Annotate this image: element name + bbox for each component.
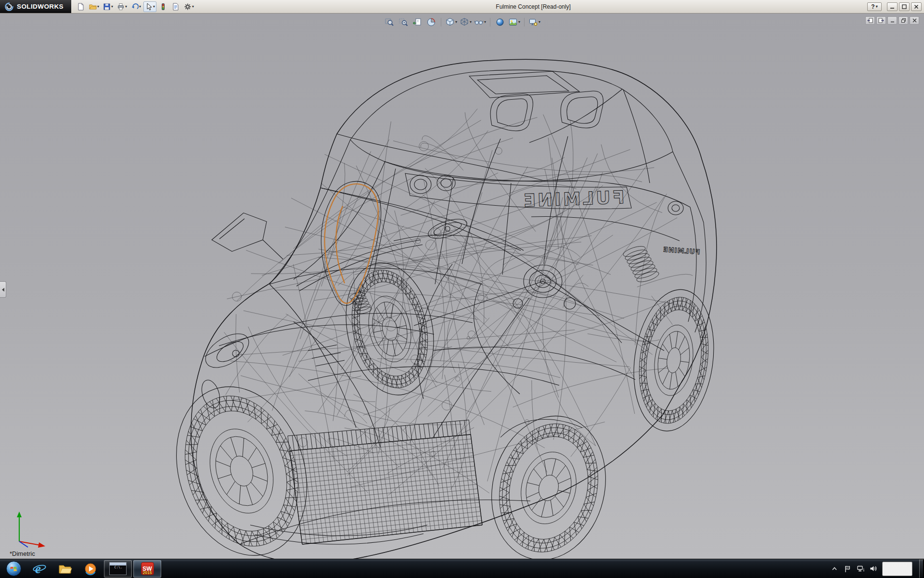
close-button[interactable] xyxy=(911,2,922,11)
wireframe-car-model[interactable]: FULMINE FULMINE xyxy=(0,13,924,559)
network-icon xyxy=(857,565,865,572)
show-hidden-icons-button[interactable] xyxy=(830,563,839,575)
print-button[interactable]: ▾ xyxy=(116,1,128,12)
undo-arrow-icon xyxy=(131,3,139,11)
feature-manager-collapse-tab[interactable] xyxy=(0,281,6,298)
solidworks-version-badge: 2015 xyxy=(141,570,154,575)
dropdown-caret-icon[interactable]: ▾ xyxy=(97,5,99,9)
taskbar-command-prompt-button[interactable]: C:\. xyxy=(104,560,132,578)
maximize-button[interactable] xyxy=(899,2,910,11)
dropdown-caret-icon[interactable]: ▾ xyxy=(139,5,141,9)
model-decal-rear-text: FULMINE xyxy=(521,187,625,211)
minimize-icon xyxy=(889,4,895,10)
new-document-icon xyxy=(77,3,85,11)
edit-appearance-button[interactable] xyxy=(494,16,506,28)
dropdown-caret-icon[interactable]: ▾ xyxy=(192,5,194,9)
volume-button[interactable] xyxy=(869,563,878,575)
brand-text: SOLIDWORKS xyxy=(17,3,64,10)
network-status-button[interactable] xyxy=(856,563,865,575)
flag-icon xyxy=(844,565,851,573)
dassault-swirl-icon xyxy=(5,2,13,11)
view-orientation-label: *Dimetric xyxy=(10,550,35,557)
minimize-button[interactable] xyxy=(887,2,898,11)
document-close-button[interactable] xyxy=(910,16,919,25)
dropdown-caret-icon[interactable]: ▾ xyxy=(518,20,520,24)
zoom-to-area-button[interactable] xyxy=(397,16,410,28)
close-icon xyxy=(913,4,919,10)
taskbar-solidworks-button[interactable]: SW 2015 xyxy=(133,560,161,578)
model-wheels xyxy=(155,255,722,559)
display-style-button[interactable]: ▾ xyxy=(459,16,472,28)
save-floppy-icon xyxy=(103,3,111,11)
system-tray: 4:00 PM 7/13/2015 xyxy=(830,559,924,578)
chevron-up-icon xyxy=(832,566,837,571)
next-document-button[interactable] xyxy=(876,16,886,25)
toolbar-separator xyxy=(490,18,490,26)
document-restore-button[interactable] xyxy=(898,16,908,25)
apply-scene-icon xyxy=(508,17,518,27)
previous-document-button[interactable] xyxy=(865,16,875,25)
toolbar-separator xyxy=(441,18,441,26)
previous-view-icon xyxy=(412,17,422,27)
start-button[interactable] xyxy=(1,559,26,578)
dropdown-caret-icon[interactable]: ▾ xyxy=(470,20,472,24)
open-folder-icon xyxy=(89,3,97,11)
toolbar-separator xyxy=(524,18,525,26)
undo-button[interactable]: ▾ xyxy=(129,1,142,12)
windows-taskbar: e C:\. SW 201 xyxy=(0,559,924,578)
help-label: ? xyxy=(871,3,874,10)
dropdown-caret-icon[interactable]: ▾ xyxy=(539,20,540,24)
document-window-controls xyxy=(865,16,919,25)
hide-show-glasses-icon xyxy=(474,17,484,27)
windows-flag-icon xyxy=(9,565,18,573)
select-tool-button[interactable]: ▾ xyxy=(143,1,156,12)
model-decal-side-text: FULMINE xyxy=(663,246,700,256)
view-settings-button[interactable]: ▾ xyxy=(528,16,541,28)
save-button[interactable]: ▾ xyxy=(102,1,115,12)
zoom-to-fit-icon xyxy=(385,17,394,27)
options-button[interactable]: ▾ xyxy=(182,1,195,12)
display-style-wireframe-icon xyxy=(460,17,469,27)
taskbar-internet-explorer-button[interactable]: e xyxy=(27,560,51,578)
action-center-button[interactable] xyxy=(843,563,852,575)
rebuild-button[interactable] xyxy=(157,1,169,12)
document-minimize-button[interactable] xyxy=(887,16,897,25)
gear-icon xyxy=(184,3,192,11)
next-document-icon xyxy=(878,18,884,23)
section-view-icon xyxy=(426,17,436,27)
document-minimize-icon xyxy=(890,18,895,23)
show-desktop-button[interactable] xyxy=(919,559,924,578)
previous-view-button[interactable] xyxy=(411,16,424,28)
open-button[interactable]: ▾ xyxy=(88,1,101,12)
apply-scene-button[interactable]: ▾ xyxy=(508,16,521,28)
titlebar: SOLIDWORKS ▾ ▾ ▾ ▾ xyxy=(0,0,924,13)
reference-triad xyxy=(12,510,48,549)
dropdown-caret-icon[interactable]: ▾ xyxy=(484,20,486,24)
solidworks-window: SOLIDWORKS ▾ ▾ ▾ ▾ xyxy=(0,0,924,578)
view-orientation-cube-icon xyxy=(445,17,455,27)
dropdown-caret-icon[interactable]: ▾ xyxy=(455,20,457,24)
dropdown-caret-icon[interactable]: ▾ xyxy=(125,5,127,9)
clock-date: 7/13/2015 xyxy=(886,569,909,575)
dropdown-caret-icon[interactable]: ▾ xyxy=(153,5,155,9)
zoom-to-fit-button[interactable] xyxy=(383,16,396,28)
file-properties-icon xyxy=(172,3,180,11)
view-orientation-button[interactable]: ▾ xyxy=(445,16,458,28)
maximize-icon xyxy=(901,4,907,10)
taskbar-clock[interactable]: 4:00 PM 7/13/2015 xyxy=(882,562,912,576)
hide-show-items-button[interactable]: ▾ xyxy=(474,16,487,28)
rebuild-traffic-light-icon xyxy=(159,3,167,11)
help-button[interactable]: ? ▾ xyxy=(867,2,882,11)
taskbar-media-player-button[interactable] xyxy=(78,560,103,578)
new-document-button[interactable] xyxy=(75,1,87,12)
taskbar-file-explorer-button[interactable] xyxy=(53,560,77,578)
speaker-icon xyxy=(870,565,877,572)
section-view-button[interactable] xyxy=(425,16,437,28)
dropdown-caret-icon[interactable]: ▾ xyxy=(111,5,113,9)
command-prompt-thumbnail: C:\. xyxy=(109,562,127,575)
model-construction-lines xyxy=(224,109,693,495)
view-settings-icon xyxy=(528,17,538,27)
file-properties-button[interactable] xyxy=(170,1,181,12)
graphics-area[interactable]: FULMINE FULMINE ▾ xyxy=(0,13,924,559)
internet-explorer-icon: e xyxy=(32,562,47,576)
